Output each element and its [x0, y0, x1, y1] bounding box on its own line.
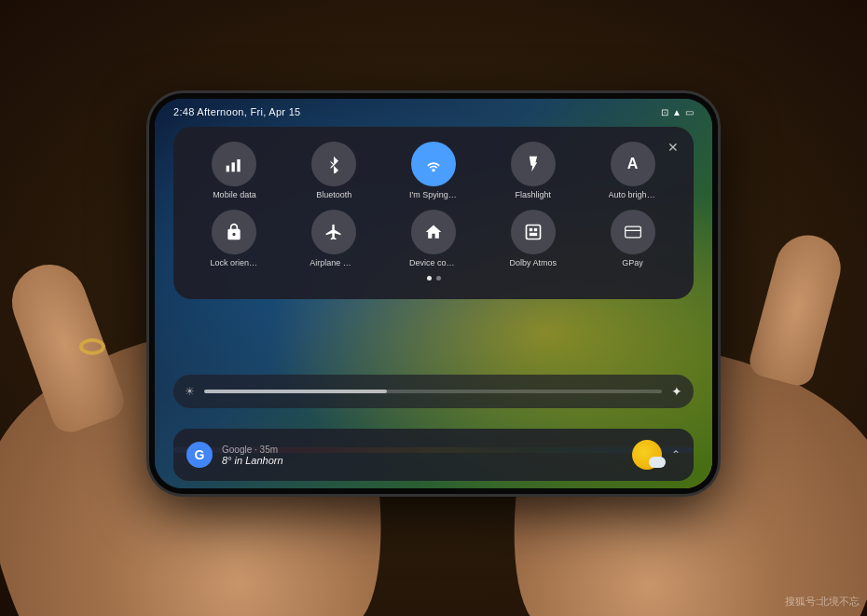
flashlight-icon: [511, 142, 556, 186]
tile-gpay[interactable]: GPay: [586, 210, 679, 268]
google-card-subtitle: 8° in Lanhorn: [222, 455, 623, 466]
brightness-slider[interactable]: ☀ ✦: [173, 375, 694, 408]
dot-2: [436, 276, 441, 281]
dolby-atmos-icon: [511, 210, 556, 254]
mobile-data-icon: [212, 142, 256, 186]
close-button[interactable]: ✕: [662, 136, 684, 158]
svg-rect-3: [526, 225, 540, 239]
brightness-track[interactable]: [204, 390, 662, 393]
status-icons: ⊡ ▲ ▭: [661, 107, 694, 117]
tile-bluetooth[interactable]: Bluetooth: [288, 142, 380, 200]
google-card[interactable]: G Google · 35m 8° in Lanhorn ⌃: [173, 429, 694, 481]
gpay-label: GPay: [622, 258, 643, 268]
airplane-mode-icon: [311, 210, 356, 254]
brightness-low-icon: ☀: [185, 385, 195, 398]
mobile-data-label: Mobile data: [213, 190, 256, 200]
tiles-row2: Lock orientatio... Airplane mode: [188, 210, 679, 268]
wifi-tile-icon: [411, 142, 456, 186]
quick-settings-panel: ✕ Mobile data: [173, 127, 694, 299]
svg-rect-4: [530, 228, 532, 231]
watermark: 搜狐号:北境不忘: [785, 595, 860, 609]
brightness-high-icon: ✦: [671, 384, 682, 399]
bluetooth-icon: [311, 142, 356, 186]
brightness-fill: [204, 390, 387, 393]
dots-indicator: [188, 276, 679, 281]
wifi-label: I'm Spying O...: [409, 190, 458, 200]
svg-rect-0: [227, 166, 229, 172]
google-card-content: Google · 35m 8° in Lanhorn: [222, 445, 623, 466]
lock-orientation-icon: [212, 210, 256, 254]
svg-rect-1: [232, 162, 235, 171]
dolby-atmos-label: Dolby Atmos: [510, 258, 557, 268]
lock-orientation-label: Lock orientatio...: [210, 258, 258, 268]
gpay-icon: [611, 210, 655, 254]
battery-icon: ▭: [685, 107, 694, 117]
google-logo: G: [186, 442, 213, 468]
ring: [79, 338, 105, 355]
airplane-mode-label: Airplane mode: [310, 258, 358, 268]
tile-wifi[interactable]: I'm Spying O...: [388, 142, 480, 200]
wifi-icon: ▲: [672, 107, 681, 117]
tile-flashlight[interactable]: Flashlight: [487, 142, 579, 200]
dot-1: [427, 276, 432, 281]
status-time: 2:48 Afternoon, Fri, Apr 15: [173, 106, 301, 117]
tile-lock-orientation[interactable]: Lock orientatio...: [188, 210, 281, 268]
flashlight-label: Flashlight: [516, 190, 552, 200]
phone-screen: 2:48 Afternoon, Fri, Apr 15 ⊡ ▲ ▭ ✕: [155, 99, 712, 488]
tile-airplane-mode[interactable]: Airplane mode: [288, 210, 380, 268]
svg-rect-2: [238, 159, 241, 171]
chevron-up-icon[interactable]: ⌃: [671, 448, 681, 461]
device-controls-label: Device controls: [409, 258, 458, 268]
weather-icon: [632, 440, 662, 470]
tile-device-controls[interactable]: Device controls: [388, 210, 480, 268]
status-bar: 2:48 Afternoon, Fri, Apr 15 ⊡ ▲ ▭: [155, 99, 712, 125]
weather-cloud: [649, 457, 666, 468]
phone: 2:48 Afternoon, Fri, Apr 15 ⊡ ▲ ▭ ✕: [149, 93, 718, 494]
device-controls-icon: [411, 210, 456, 254]
auto-brightness-icon: A: [611, 142, 655, 186]
auto-brightness-label: Auto brightnes: [609, 190, 657, 200]
svg-rect-6: [530, 233, 537, 236]
svg-rect-7: [625, 226, 640, 238]
signal-icon: ⊡: [661, 107, 668, 117]
bluetooth-label: Bluetooth: [316, 190, 351, 200]
svg-rect-5: [534, 228, 537, 231]
tile-dolby-atmos[interactable]: Dolby Atmos: [487, 210, 579, 268]
tile-mobile-data[interactable]: Mobile data: [188, 142, 281, 200]
tiles-row1: Mobile data Bluetooth: [188, 142, 679, 200]
google-card-title: Google · 35m: [222, 445, 623, 455]
